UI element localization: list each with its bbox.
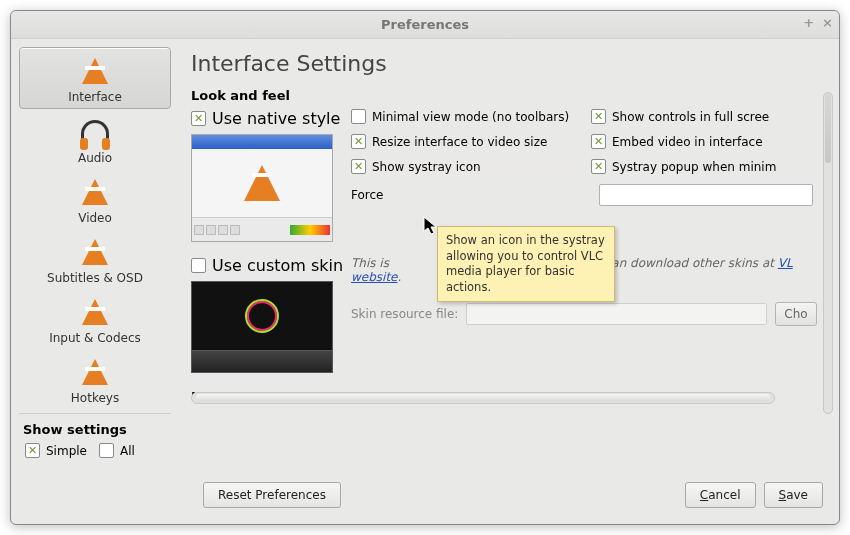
- checkbox-icon: [351, 159, 366, 174]
- horizontal-scrollbar[interactable]: [191, 392, 775, 404]
- choose-skin-button[interactable]: Cho: [775, 302, 817, 326]
- skin-file-field[interactable]: [466, 303, 767, 325]
- window-restore-icon[interactable]: +: [803, 15, 814, 30]
- reset-preferences-button[interactable]: Reset Preferences: [203, 482, 341, 508]
- skins-website-link[interactable]: website: [351, 270, 398, 284]
- sidebar-item-label: Interface: [68, 90, 122, 104]
- cursor-icon: [423, 216, 439, 236]
- sidebar-item-input-codecs[interactable]: Input & Codecs: [19, 289, 171, 349]
- checkbox-icon: [191, 258, 206, 273]
- sidebar-item-label: Hotkeys: [71, 391, 119, 405]
- checkbox-icon: [591, 159, 606, 174]
- checkbox-minimal-view[interactable]: Minimal view mode (no toolbars): [351, 109, 577, 124]
- checkbox-show-controls-fullscreen[interactable]: Show controls in full scree: [591, 109, 817, 124]
- cone-icon: [75, 235, 115, 269]
- checkbox-embed-video[interactable]: Embed video in interface: [591, 134, 817, 149]
- force-field[interactable]: [599, 184, 813, 206]
- sidebar-item-video[interactable]: Video: [19, 169, 171, 229]
- content-pane: Interface Settings Look and feel Use nat…: [179, 39, 839, 524]
- preferences-window: Preferences + × Interface Audio Video Su…: [10, 10, 840, 525]
- force-label: Force: [351, 188, 383, 202]
- sidebar-item-label: Input & Codecs: [49, 331, 141, 345]
- cone-icon: [75, 175, 115, 209]
- window-title: Preferences: [381, 17, 469, 32]
- checkbox-icon: [25, 443, 40, 458]
- sidebar-item-label: Video: [78, 211, 112, 225]
- checkbox-resize-to-video[interactable]: Resize interface to video size: [351, 134, 577, 149]
- page-title: Interface Settings: [191, 51, 835, 76]
- headphones-icon: [75, 115, 115, 149]
- cone-icon: [75, 295, 115, 329]
- checkbox-icon: [351, 109, 366, 124]
- checkbox-icon: [591, 109, 606, 124]
- vertical-scrollbar[interactable]: [823, 92, 833, 414]
- skin-file-label: Skin resource file:: [351, 307, 458, 321]
- checkbox-icon: [351, 134, 366, 149]
- section-look-and-feel: Look and feel: [191, 88, 817, 103]
- titlebar[interactable]: Preferences + ×: [11, 11, 839, 39]
- custom-skin-preview: [191, 281, 333, 373]
- sidebar-item-subtitles[interactable]: Subtitles & OSD: [19, 229, 171, 289]
- checkbox-custom-skin[interactable]: Use custom skin: [191, 256, 341, 275]
- checkbox-icon: [99, 443, 114, 458]
- checkbox-icon: [191, 111, 206, 126]
- native-style-preview: [191, 134, 333, 242]
- sidebar-item-hotkeys[interactable]: Hotkeys: [19, 349, 171, 409]
- save-button[interactable]: Save: [764, 482, 823, 508]
- skins-website-link[interactable]: VL: [778, 256, 793, 270]
- sidebar-item-audio[interactable]: Audio: [19, 109, 171, 169]
- sidebar-item-label: Audio: [78, 151, 112, 165]
- checkbox-native-style[interactable]: Use native style: [191, 109, 341, 128]
- sidebar-item-label: Subtitles & OSD: [47, 271, 143, 285]
- cancel-button[interactable]: Cancel: [685, 482, 756, 508]
- cone-icon: [75, 54, 115, 88]
- show-settings-label: Show settings: [19, 420, 171, 441]
- sidebar: Interface Audio Video Subtitles & OSD In…: [11, 39, 179, 524]
- window-close-icon[interactable]: ×: [822, 15, 833, 30]
- show-settings-simple[interactable]: Simple: [25, 443, 87, 458]
- tooltip: Show an icon in the systray allowing you…: [437, 226, 615, 302]
- sidebar-item-interface[interactable]: Interface: [19, 47, 171, 109]
- checkbox-show-systray-icon[interactable]: Show systray icon: [351, 159, 577, 174]
- show-settings-all[interactable]: All: [99, 443, 135, 458]
- checkbox-systray-popup[interactable]: Systray popup when minim: [591, 159, 817, 174]
- checkbox-icon: [591, 134, 606, 149]
- cone-icon: [75, 355, 115, 389]
